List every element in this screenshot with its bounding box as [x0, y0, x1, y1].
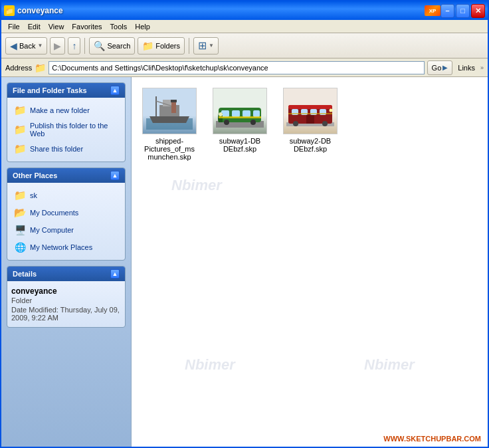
views-button[interactable]: ⊞ ▼: [193, 37, 219, 55]
svg-point-28: [330, 108, 333, 112]
address-label: Address: [5, 64, 32, 72]
menu-help[interactable]: Help: [131, 21, 154, 32]
svg-rect-27: [288, 113, 332, 114]
links-label[interactable]: Links: [455, 64, 478, 72]
make-folder-icon: 📁: [14, 104, 26, 116]
menu-file[interactable]: File: [4, 21, 24, 32]
separator-1: [84, 38, 85, 54]
up-button[interactable]: ↑: [68, 37, 80, 55]
share-icon: 📁: [14, 143, 26, 155]
window-controls: – □ ✕: [440, 4, 485, 18]
file-thumb-subway1: [213, 88, 267, 134]
make-new-folder-item[interactable]: 📁 Make a new folder: [11, 103, 121, 118]
menu-view[interactable]: View: [45, 21, 68, 32]
details-collapse-button[interactable]: ▲: [110, 269, 120, 279]
maximize-button[interactable]: □: [456, 4, 470, 18]
file-thumb-ship: [142, 88, 197, 134]
my-documents-item[interactable]: 📂 My Documents: [11, 205, 121, 220]
sk-folder-icon: 📁: [14, 189, 26, 201]
svg-rect-10: [232, 110, 240, 117]
svg-rect-19: [288, 105, 332, 109]
file-area: Nbimer Nbimer Nbimer: [132, 77, 488, 447]
tasks-collapse-button[interactable]: ▲: [110, 86, 120, 95]
watermark-1: Nbimer: [171, 177, 222, 194]
main-area: File and Folder Tasks ▲ 📁 Make a new fol…: [1, 77, 488, 447]
address-input[interactable]: [49, 61, 424, 74]
share-folder-item[interactable]: 📁 Share this folder: [11, 142, 121, 156]
file-name-subway1: subway1-DB DEbzf.skp: [213, 137, 267, 153]
svg-point-13: [224, 120, 229, 125]
tasks-panel-body: 📁 Make a new folder 📁 Publish this folde…: [7, 98, 125, 162]
links-arrow-icon: »: [480, 64, 484, 71]
menu-edit[interactable]: Edit: [24, 21, 45, 32]
search-button[interactable]: 🔍 Search: [89, 37, 135, 55]
window-title: conveyance: [17, 6, 422, 15]
go-arrow-icon: ▶: [442, 64, 448, 71]
details-panel-header[interactable]: Details ▲: [7, 267, 125, 281]
details-name: conveyance: [11, 286, 121, 296]
places-panel-body: 📁 sk 📂 My Documents 🖥️ M: [7, 183, 125, 260]
details-type: Folder: [11, 296, 121, 304]
places-panel-title: Other Places: [13, 171, 57, 179]
close-button[interactable]: ✕: [471, 4, 485, 18]
file-name-subway2: subway2-DB DEbzf.skp: [283, 137, 338, 153]
publish-label: Publish this folder to the Web: [30, 122, 118, 138]
toolbar: ◀ Back ▼ ▶ ↑ 🔍 Search 📁 Folders ⊞ ▼: [1, 33, 488, 58]
details-panel: Details ▲ conveyance Folder Date Modifie…: [7, 266, 126, 328]
places-collapse-button[interactable]: ▲: [110, 171, 120, 180]
back-label: Back: [19, 42, 35, 50]
svg-rect-5: [171, 101, 176, 113]
go-button[interactable]: Go ▶: [427, 60, 453, 75]
svg-point-16: [219, 112, 223, 116]
explorer-window: 📁 conveyance XP – □ ✕ File Edit View Fav…: [0, 0, 489, 448]
address-bar: Address 📁 Go ▶ Links »: [1, 58, 488, 77]
svg-point-14: [250, 120, 256, 125]
file-item-ship[interactable]: shipped-Pictures_of_ms munchen.skp: [140, 85, 199, 164]
my-documents-icon: 📂: [14, 207, 26, 219]
svg-rect-15: [219, 116, 261, 118]
share-label: Share this folder: [30, 145, 83, 153]
folders-label: Folders: [155, 42, 180, 50]
window-icon: 📁: [4, 5, 15, 16]
file-item-subway2[interactable]: subway2-DB DEbzf.skp: [280, 85, 340, 164]
menu-bar: File Edit View Favorites Tools Help: [1, 20, 488, 33]
back-button[interactable]: ◀ Back ▼: [5, 37, 47, 55]
publish-folder-item[interactable]: 📁 Publish this folder to the Web: [11, 120, 121, 139]
watermark-2: Nbimer: [185, 356, 235, 374]
tasks-panel-title: File and Folder Tasks: [13, 86, 87, 94]
forward-button[interactable]: ▶: [50, 37, 65, 55]
svg-point-25: [293, 121, 298, 126]
my-computer-item[interactable]: 🖥️ My Computer: [11, 223, 121, 237]
footer-watermark: WWW.SKETCHUPBAR.COM: [383, 435, 481, 443]
menu-tools[interactable]: Tools: [106, 21, 132, 32]
my-documents-label: My Documents: [30, 209, 78, 217]
separator-2: [189, 38, 189, 54]
watermark-3: Nbimer: [364, 356, 415, 374]
file-item-subway1[interactable]: subway1-DB DEbzf.skp: [210, 85, 270, 164]
menu-favorites[interactable]: Favorites: [68, 21, 106, 32]
xp-logo: XP: [425, 5, 440, 16]
svg-rect-1: [159, 105, 179, 116]
details-panel-title: Details: [13, 270, 37, 278]
tasks-panel-header[interactable]: File and Folder Tasks ▲: [7, 83, 125, 98]
make-folder-label: Make a new folder: [30, 106, 90, 114]
my-network-icon: 🌐: [14, 241, 26, 253]
my-computer-label: My Computer: [30, 226, 74, 234]
folders-button[interactable]: 📁 Folders: [138, 37, 185, 55]
subway1-thumbnail: [213, 88, 266, 134]
my-network-item[interactable]: 🌐 My Network Places: [11, 240, 121, 255]
places-panel: Other Places ▲ 📁 sk 📂 My Document: [7, 168, 126, 261]
minimize-button[interactable]: –: [440, 4, 454, 18]
go-label: Go: [432, 64, 442, 72]
file-thumb-subway2: [283, 88, 338, 134]
back-arrow-icon: ◀: [10, 41, 17, 51]
views-icon: ⊞: [198, 39, 207, 52]
details-body: conveyance Folder Date Modified: Thursda…: [7, 281, 125, 327]
sk-item[interactable]: 📁 sk: [11, 188, 121, 203]
ship-svg: [146, 93, 193, 130]
ship-thumbnail: [143, 88, 196, 134]
sk-label: sk: [30, 191, 37, 199]
back-dropdown-icon: ▼: [37, 43, 43, 49]
publish-icon: 📁: [14, 124, 26, 136]
places-panel-header[interactable]: Other Places ▲: [7, 168, 125, 183]
